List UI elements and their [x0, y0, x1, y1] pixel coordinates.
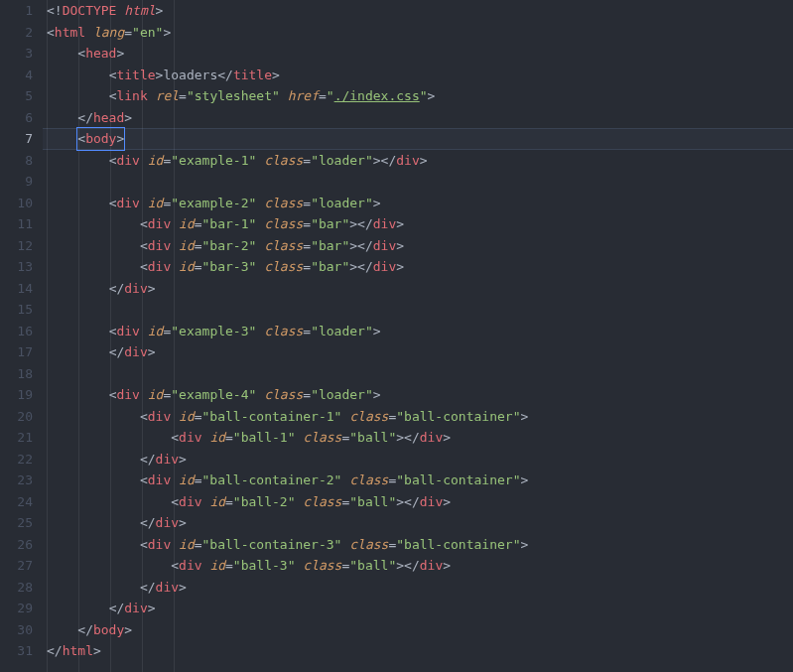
token-def: </	[109, 281, 125, 296]
token-attr: lang	[93, 25, 124, 40]
token-def: ></	[349, 238, 372, 253]
code-line[interactable]: </head>	[43, 107, 793, 129]
token-def: >	[179, 515, 187, 530]
code-line[interactable]: </div>	[43, 341, 793, 363]
token-attr: class	[264, 196, 303, 210]
token-tag: head	[93, 110, 124, 125]
code-area[interactable]: <!DOCTYPE html><html lang="en"> <head> <…	[43, 0, 793, 672]
token-def	[171, 216, 179, 231]
token-attr: id	[148, 324, 164, 338]
token-def: >	[93, 643, 101, 658]
token-def: >	[148, 601, 156, 615]
token-str: "example-1"	[171, 153, 256, 168]
code-line[interactable]: <html lang="en">	[43, 22, 793, 44]
code-line[interactable]: <div id="example-3" class="loader">	[43, 321, 793, 342]
code-line[interactable]: <div id="example-4" class="loader">	[43, 384, 793, 406]
line-number: 28	[0, 577, 33, 599]
token-def: ></	[396, 430, 419, 445]
token-str: "ball-container-2"	[202, 472, 342, 487]
token-def: <!	[47, 3, 63, 18]
token-def: =	[303, 387, 311, 402]
code-line[interactable]	[43, 299, 793, 321]
token-def: =	[319, 88, 327, 103]
token-str: "	[327, 88, 334, 103]
line-number: 16	[0, 321, 33, 342]
code-line[interactable]: <div id="bar-2" class="bar"></div>	[43, 235, 793, 257]
token-def: =	[303, 153, 311, 168]
token-str: "bar-1"	[202, 216, 257, 231]
token-def	[171, 537, 179, 552]
token-def: =	[303, 324, 311, 338]
code-line[interactable]	[43, 363, 793, 385]
token-tag: div	[124, 601, 147, 615]
token-def	[256, 153, 264, 168]
line-number-gutter: 1234567891011121314151617181920212223242…	[0, 0, 43, 672]
token-str: "stylesheet"	[187, 88, 280, 103]
code-line[interactable]: <div id="ball-1" class="ball"></div>	[43, 427, 793, 449]
token-attr: class	[264, 387, 303, 402]
token-def: ></	[349, 216, 372, 231]
token-attr: id	[209, 494, 225, 509]
token-tag: div	[396, 153, 419, 168]
code-line[interactable]: <div id="ball-container-1" class="ball-c…	[43, 406, 793, 428]
token-href: ./index.css	[334, 88, 420, 103]
token-def: =	[303, 238, 311, 253]
code-line[interactable]: <body>	[43, 128, 793, 150]
code-line[interactable]: <div id="ball-2" class="ball"></div>	[43, 491, 793, 513]
code-line[interactable]: </div>	[43, 577, 793, 599]
code-line[interactable]: </div>	[43, 278, 793, 300]
code-editor[interactable]: 1234567891011121314151617181920212223242…	[0, 0, 793, 672]
token-tag: title	[233, 67, 272, 82]
code-line[interactable]: </html>	[43, 640, 793, 662]
token-attr: class	[303, 430, 341, 445]
token-tag: div	[373, 259, 396, 274]
token-str: "loader"	[311, 324, 373, 338]
token-tag: div	[156, 515, 179, 530]
token-str: "ball-container-3"	[202, 537, 342, 552]
token-def: >	[272, 67, 280, 82]
token-attr: rel	[156, 88, 179, 103]
token-def: =	[303, 196, 311, 210]
token-tag: body	[93, 622, 124, 637]
code-line[interactable]: <div id="example-2" class="loader">	[43, 193, 793, 214]
token-tag: head	[85, 46, 116, 61]
code-line[interactable]: <!DOCTYPE html>	[43, 0, 793, 22]
token-def: <	[171, 430, 179, 445]
token-attr: id	[179, 537, 195, 552]
code-line[interactable]: </div>	[43, 598, 793, 619]
token-tag: div	[116, 196, 139, 210]
code-line[interactable]: <div id="ball-container-3" class="ball-c…	[43, 534, 793, 556]
code-line[interactable]: </body>	[43, 619, 793, 641]
token-attr: id	[179, 238, 195, 253]
code-line[interactable]	[43, 171, 793, 193]
token-text: loaders	[163, 67, 217, 82]
token-def	[256, 216, 264, 231]
line-number: 8	[0, 150, 33, 172]
code-line[interactable]: <div id="ball-container-2" class="ball-c…	[43, 470, 793, 491]
token-def	[140, 153, 148, 168]
code-line[interactable]: <link rel="stylesheet" href="./index.css…	[43, 85, 793, 107]
token-def: >	[443, 558, 451, 573]
token-str: "bar"	[311, 238, 349, 253]
token-def: =	[195, 537, 202, 552]
code-line[interactable]: <div id="bar-3" class="bar"></div>	[43, 256, 793, 278]
code-line[interactable]: <div id="example-1" class="loader"></div…	[43, 150, 793, 172]
code-line[interactable]: <div id="bar-1" class="bar"></div>	[43, 213, 793, 235]
token-def: =	[303, 259, 311, 274]
token-def	[256, 238, 264, 253]
token-attr: href	[288, 88, 319, 103]
token-def: =	[303, 216, 311, 231]
token-str: "loader"	[311, 196, 373, 210]
line-number: 19	[0, 384, 33, 406]
code-line[interactable]: <title>loaders</title>	[43, 65, 793, 86]
code-line[interactable]: <head>	[43, 43, 793, 65]
token-def: <	[171, 494, 179, 509]
code-line[interactable]: </div>	[43, 512, 793, 534]
token-def: <	[77, 46, 85, 61]
token-def: ></	[396, 494, 419, 509]
token-def: =	[195, 472, 202, 487]
code-line[interactable]: </div>	[43, 449, 793, 470]
token-def	[85, 25, 93, 40]
code-line[interactable]: <div id="ball-3" class="ball"></div>	[43, 555, 793, 577]
token-def: </	[77, 110, 93, 125]
